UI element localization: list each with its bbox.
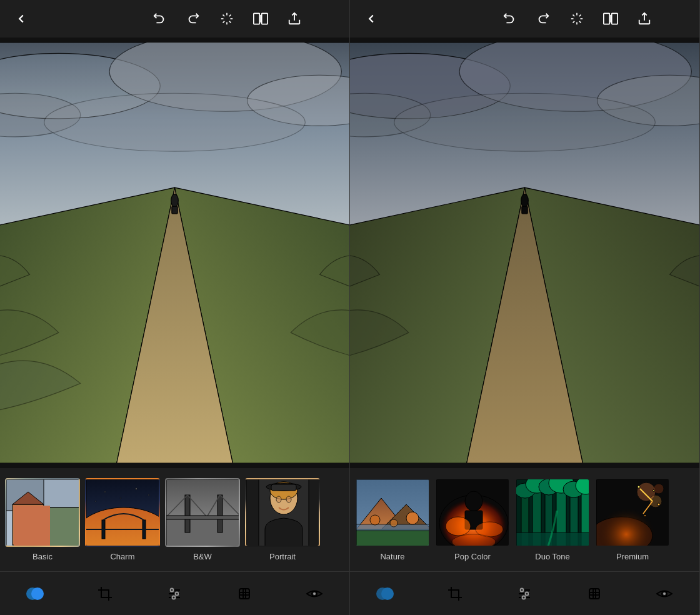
svg-point-144 [663,592,666,595]
svg-point-63 [176,592,179,595]
svg-line-6 [223,21,225,23]
svg-point-12 [322,18,324,20]
layers-button[interactable] [21,580,49,608]
left-toolbar [0,0,349,38]
filter-duotone-label: Duo Tone [535,552,569,561]
svg-rect-31 [44,508,80,547]
right-layers-circle2 [381,588,394,600]
svg-point-36 [120,498,121,499]
right-layers-icon [376,587,394,601]
right-crop-button[interactable] [441,580,469,608]
left-spacer2 [0,463,349,468]
svg-point-105 [446,517,471,536]
svg-point-14 [332,18,334,20]
svg-point-69 [313,592,316,595]
svg-rect-67 [239,589,249,599]
svg-point-99 [406,512,419,524]
right-back-button[interactable] [360,8,382,30]
eye-button[interactable] [301,580,328,608]
svg-rect-22 [172,206,178,214]
right-toolbar-center [498,8,689,30]
right-toolbar [350,0,699,38]
svg-point-91 [521,194,529,208]
right-crop-icon [447,586,463,602]
more-button[interactable] [317,8,339,30]
svg-point-38 [148,494,149,496]
svg-rect-29 [15,523,28,545]
svg-rect-140 [589,592,599,595]
filter-basic-label: Basic [32,552,52,561]
right-heal-button[interactable] [581,580,608,608]
popcolor-thumb-image [436,479,510,547]
svg-line-77 [579,15,581,17]
svg-rect-9 [262,13,268,24]
right-compare-button[interactable] [599,8,622,30]
filter-duotone[interactable]: Duo Tone [515,478,590,561]
redo-button[interactable] [182,8,204,30]
right-share-button[interactable] [633,8,656,30]
right-eye-button[interactable] [651,580,678,608]
eye-icon [306,587,323,601]
svg-rect-45 [218,495,222,532]
adjust-button[interactable] [161,580,188,608]
filter-premium[interactable]: Premium [595,478,670,561]
svg-rect-65 [239,592,249,595]
svg-rect-56 [271,484,296,491]
right-undo-button[interactable] [498,8,521,30]
svg-line-76 [573,21,575,23]
svg-point-137 [521,588,524,591]
left-filter-strip: Basic [0,468,349,571]
bw-thumb-image [166,479,240,547]
back-button[interactable] [10,8,32,30]
filter-portrait[interactable]: Portrait [245,478,320,561]
svg-rect-25 [12,504,44,545]
filter-nature-thumb [355,478,430,547]
svg-point-84 [682,18,684,20]
svg-point-37 [95,501,96,502]
svg-point-138 [526,592,529,595]
heal-button[interactable] [231,580,258,608]
svg-point-107 [452,534,496,547]
crop-button[interactable] [91,580,119,608]
right-heal-icon [586,586,602,602]
left-photo [0,42,349,463]
svg-point-62 [171,588,174,591]
filter-charm[interactable]: Charm [85,478,160,561]
filter-popcolor-label: Pop Color [454,552,491,561]
filter-bw[interactable]: B&W [165,478,240,561]
svg-point-90 [394,93,656,151]
right-panel: Nature [350,0,700,615]
svg-line-74 [573,15,575,17]
right-magic-button[interactable] [566,8,588,30]
filter-popcolor[interactable]: Pop Color [435,478,510,561]
layers-icon [26,587,44,601]
charm-thumb-image [86,479,160,547]
svg-rect-44 [185,495,190,532]
filter-charm-thumb [85,478,160,547]
filter-portrait-label: Portrait [269,552,296,561]
right-layers-button[interactable] [371,580,399,608]
premium-thumb-image [596,479,670,547]
right-redo-button[interactable] [532,8,554,30]
portrait-thumb-image [246,479,320,547]
svg-rect-96 [356,529,430,547]
right-adjust-button[interactable] [511,580,538,608]
compare-button[interactable] [249,8,272,30]
filter-premium-label: Premium [616,552,649,561]
filter-nature[interactable]: Nature [355,478,430,561]
svg-rect-66 [243,589,246,599]
left-panel: Basic [0,0,350,615]
duotone-thumb-image [516,479,590,547]
filter-nature-label: Nature [380,552,404,561]
filter-popcolor-thumb [435,478,510,547]
magic-button[interactable] [216,8,238,30]
left-bottom-bar [0,571,349,615]
svg-line-5 [229,21,231,23]
share-button[interactable] [283,8,306,30]
undo-button[interactable] [148,8,171,30]
svg-point-21 [171,194,179,208]
svg-rect-79 [612,13,618,24]
right-filter-strip: Nature [350,468,699,571]
right-more-button[interactable] [667,8,689,30]
filter-basic[interactable]: Basic [5,478,80,561]
